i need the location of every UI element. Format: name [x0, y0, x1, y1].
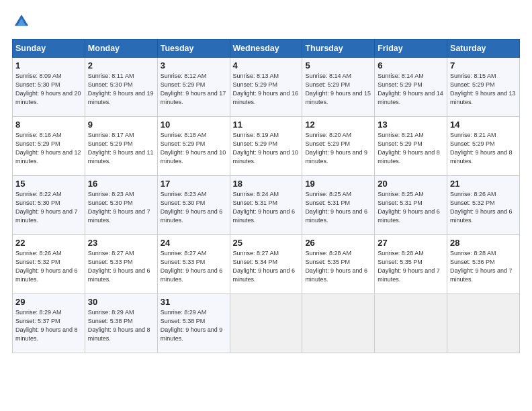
calendar-cell: 9 Sunrise: 8:17 AMSunset: 5:29 PMDayligh… — [85, 117, 157, 176]
calendar-week-row: 1 Sunrise: 8:09 AMSunset: 5:30 PMDayligh… — [13, 58, 520, 117]
day-number: 30 — [88, 297, 154, 307]
cell-details: Sunrise: 8:16 AMSunset: 5:29 PMDaylight:… — [15, 132, 81, 165]
cell-details: Sunrise: 8:09 AMSunset: 5:30 PMDaylight:… — [15, 73, 81, 105]
day-of-week-header: Tuesday — [157, 40, 230, 58]
day-of-week-header: Friday — [375, 40, 447, 58]
cell-details: Sunrise: 8:13 AMSunset: 5:29 PMDaylight:… — [233, 73, 299, 105]
day-number: 16 — [88, 179, 154, 189]
day-of-week-header: Thursday — [302, 40, 375, 58]
day-of-week-header: Wednesday — [230, 40, 302, 58]
calendar-cell: 31 Sunrise: 8:29 AMSunset: 5:38 PMDaylig… — [157, 294, 230, 353]
calendar-cell: 16 Sunrise: 8:23 AMSunset: 5:30 PMDaylig… — [85, 176, 157, 235]
day-number: 26 — [305, 238, 371, 248]
calendar-cell — [302, 294, 375, 353]
calendar-cell: 3 Sunrise: 8:12 AMSunset: 5:29 PMDayligh… — [157, 58, 230, 117]
cell-details: Sunrise: 8:19 AMSunset: 5:29 PMDaylight:… — [233, 132, 299, 165]
day-number: 22 — [15, 238, 82, 248]
day-of-week-header: Monday — [85, 40, 157, 58]
calendar-cell: 11 Sunrise: 8:19 AMSunset: 5:29 PMDaylig… — [230, 117, 302, 176]
day-number: 17 — [161, 179, 227, 189]
calendar-cell: 19 Sunrise: 8:25 AMSunset: 5:31 PMDaylig… — [302, 176, 375, 235]
calendar-cell: 1 Sunrise: 8:09 AMSunset: 5:30 PMDayligh… — [13, 58, 85, 117]
day-number: 6 — [378, 60, 444, 71]
calendar-cell: 12 Sunrise: 8:20 AMSunset: 5:29 PMDaylig… — [302, 117, 375, 176]
cell-details: Sunrise: 8:29 AMSunset: 5:37 PMDaylight:… — [15, 309, 78, 342]
calendar-cell — [375, 294, 447, 353]
cell-details: Sunrise: 8:18 AMSunset: 5:29 PMDaylight:… — [161, 132, 226, 165]
calendar-cell: 23 Sunrise: 8:27 AMSunset: 5:33 PMDaylig… — [85, 235, 157, 294]
calendar-cell: 25 Sunrise: 8:27 AMSunset: 5:34 PMDaylig… — [230, 235, 302, 294]
cell-details: Sunrise: 8:29 AMSunset: 5:38 PMDaylight:… — [88, 309, 150, 342]
calendar-cell: 18 Sunrise: 8:24 AMSunset: 5:31 PMDaylig… — [230, 176, 302, 235]
cell-details: Sunrise: 8:23 AMSunset: 5:30 PMDaylight:… — [88, 191, 150, 224]
calendar-cell: 20 Sunrise: 8:25 AMSunset: 5:31 PMDaylig… — [375, 176, 447, 235]
cell-details: Sunrise: 8:23 AMSunset: 5:30 PMDaylight:… — [161, 191, 223, 224]
day-number: 29 — [15, 297, 82, 307]
calendar-cell: 21 Sunrise: 8:26 AMSunset: 5:32 PMDaylig… — [447, 176, 520, 235]
cell-details: Sunrise: 8:27 AMSunset: 5:33 PMDaylight:… — [88, 250, 150, 283]
cell-details: Sunrise: 8:28 AMSunset: 5:36 PMDaylight:… — [450, 250, 513, 283]
day-number: 2 — [88, 60, 154, 71]
calendar-cell: 2 Sunrise: 8:11 AMSunset: 5:30 PMDayligh… — [85, 58, 157, 117]
cell-details: Sunrise: 8:26 AMSunset: 5:32 PMDaylight:… — [450, 191, 513, 224]
calendar-cell: 4 Sunrise: 8:13 AMSunset: 5:29 PMDayligh… — [230, 58, 302, 117]
day-number: 18 — [233, 179, 300, 189]
day-number: 24 — [161, 238, 227, 248]
calendar-week-row: 29 Sunrise: 8:29 AMSunset: 5:37 PMDaylig… — [13, 294, 520, 353]
calendar-cell: 8 Sunrise: 8:16 AMSunset: 5:29 PMDayligh… — [13, 117, 85, 176]
cell-details: Sunrise: 8:14 AMSunset: 5:29 PMDaylight:… — [378, 73, 443, 105]
calendar-cell — [447, 294, 520, 353]
calendar-table: SundayMondayTuesdayWednesdayThursdayFrid… — [12, 39, 520, 353]
calendar-cell: 30 Sunrise: 8:29 AMSunset: 5:38 PMDaylig… — [85, 294, 157, 353]
cell-details: Sunrise: 8:28 AMSunset: 5:35 PMDaylight:… — [378, 250, 440, 283]
cell-details: Sunrise: 8:26 AMSunset: 5:32 PMDaylight:… — [15, 250, 78, 283]
day-number: 10 — [161, 120, 227, 130]
calendar-cell: 6 Sunrise: 8:14 AMSunset: 5:29 PMDayligh… — [375, 58, 447, 117]
cell-details: Sunrise: 8:11 AMSunset: 5:30 PMDaylight:… — [88, 73, 154, 105]
cell-details: Sunrise: 8:14 AMSunset: 5:29 PMDaylight:… — [305, 73, 371, 105]
day-number: 27 — [378, 238, 444, 248]
calendar-cell: 22 Sunrise: 8:26 AMSunset: 5:32 PMDaylig… — [13, 235, 85, 294]
day-number: 21 — [450, 179, 517, 189]
calendar-cell: 14 Sunrise: 8:21 AMSunset: 5:29 PMDaylig… — [447, 117, 520, 176]
day-number: 11 — [233, 120, 300, 130]
cell-details: Sunrise: 8:22 AMSunset: 5:30 PMDaylight:… — [15, 191, 78, 224]
day-number: 19 — [305, 179, 371, 189]
cell-details: Sunrise: 8:28 AMSunset: 5:35 PMDaylight:… — [305, 250, 367, 283]
calendar-cell: 26 Sunrise: 8:28 AMSunset: 5:35 PMDaylig… — [302, 235, 375, 294]
logo — [12, 12, 34, 31]
day-number: 20 — [378, 179, 444, 189]
calendar-week-row: 8 Sunrise: 8:16 AMSunset: 5:29 PMDayligh… — [13, 117, 520, 176]
cell-details: Sunrise: 8:17 AMSunset: 5:29 PMDaylight:… — [88, 132, 154, 165]
day-number: 28 — [450, 238, 517, 248]
calendar-header-row: SundayMondayTuesdayWednesdayThursdayFrid… — [13, 40, 520, 58]
calendar-page: SundayMondayTuesdayWednesdayThursdayFrid… — [0, 0, 532, 411]
calendar-cell: 27 Sunrise: 8:28 AMSunset: 5:35 PMDaylig… — [375, 235, 447, 294]
cell-details: Sunrise: 8:24 AMSunset: 5:31 PMDaylight:… — [233, 191, 296, 224]
calendar-cell: 15 Sunrise: 8:22 AMSunset: 5:30 PMDaylig… — [13, 176, 85, 235]
logo-icon — [12, 12, 31, 31]
cell-details: Sunrise: 8:21 AMSunset: 5:29 PMDaylight:… — [378, 132, 440, 165]
cell-details: Sunrise: 8:25 AMSunset: 5:31 PMDaylight:… — [378, 191, 440, 224]
day-number: 13 — [378, 120, 444, 130]
day-number: 3 — [161, 60, 227, 71]
calendar-cell: 29 Sunrise: 8:29 AMSunset: 5:37 PMDaylig… — [13, 294, 85, 353]
day-number: 5 — [305, 60, 371, 71]
page-header — [12, 12, 520, 31]
day-number: 31 — [161, 297, 227, 307]
calendar-cell — [230, 294, 302, 353]
day-number: 7 — [450, 60, 517, 71]
day-number: 14 — [450, 120, 517, 130]
calendar-cell: 28 Sunrise: 8:28 AMSunset: 5:36 PMDaylig… — [447, 235, 520, 294]
cell-details: Sunrise: 8:21 AMSunset: 5:29 PMDaylight:… — [450, 132, 513, 165]
day-of-week-header: Saturday — [447, 40, 520, 58]
calendar-week-row: 22 Sunrise: 8:26 AMSunset: 5:32 PMDaylig… — [13, 235, 520, 294]
calendar-cell: 5 Sunrise: 8:14 AMSunset: 5:29 PMDayligh… — [302, 58, 375, 117]
day-number: 9 — [88, 120, 154, 130]
cell-details: Sunrise: 8:12 AMSunset: 5:29 PMDaylight:… — [161, 73, 226, 105]
day-of-week-header: Sunday — [13, 40, 85, 58]
day-number: 1 — [15, 60, 82, 71]
day-number: 15 — [15, 179, 82, 189]
day-number: 12 — [305, 120, 371, 130]
cell-details: Sunrise: 8:27 AMSunset: 5:33 PMDaylight:… — [161, 250, 223, 283]
